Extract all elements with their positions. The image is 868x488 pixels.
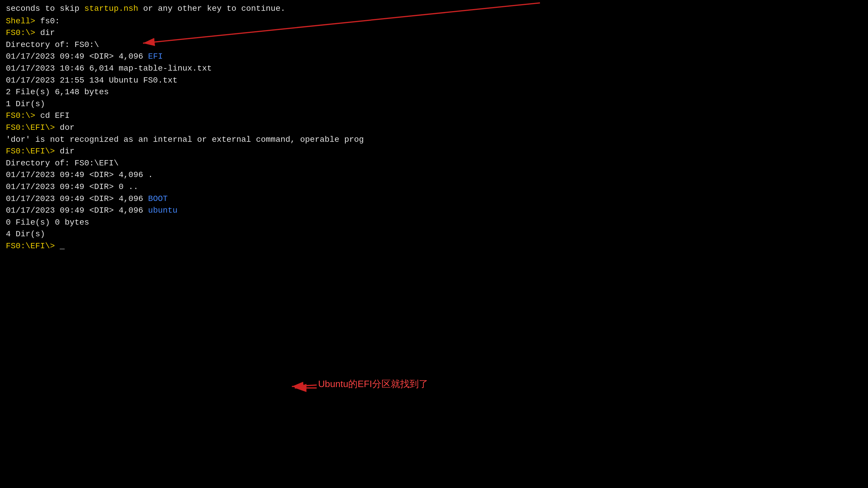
- line-efi-row2: 01/17/2023 09:49 <DIR> 0 ..: [6, 181, 862, 193]
- efi-row3-size: 4,096: [119, 194, 148, 203]
- prompt-final: FS0:\EFI\>: [6, 241, 55, 251]
- startup-nsh-highlight: startup.nsh: [84, 4, 138, 13]
- efi-row1-size: 4,096: [119, 170, 148, 180]
- summary1-text: 2 File(s) 6,148 bytes: [6, 88, 109, 97]
- line-dir-of2: Directory of: FS0:\EFI\: [6, 158, 862, 169]
- prompt-fs0-efi-2: FS0:\EFI\>: [6, 147, 55, 156]
- efi-row4-size: 4,096: [119, 206, 148, 215]
- row3-name: Ubuntu FS0.txt: [109, 76, 178, 85]
- line-final-prompt: FS0:\EFI\> _: [6, 240, 862, 252]
- arrow-to-ubuntu: [292, 385, 317, 387]
- cmd-cd-efi: cd EFI: [35, 111, 70, 120]
- row3-time: 21:55: [60, 76, 84, 85]
- line-row1: 01/17/2023 09:49 <DIR> 4,096 EFI: [6, 51, 862, 63]
- row2-name: map-table-linux.txt: [119, 64, 212, 73]
- prompt-fs0-efi: FS0:\EFI\>: [6, 123, 55, 132]
- efi-row1-type: <DIR>: [89, 170, 114, 180]
- cmd-dir2: dir: [55, 147, 74, 156]
- line-fs0-efi-dor: FS0:\EFI\> dor: [6, 122, 862, 134]
- cmd-fs0: fs0:: [35, 17, 60, 26]
- efi-row4-name: ubuntu: [148, 206, 178, 215]
- row3-padding: 134: [89, 76, 109, 85]
- top-partial-rest: or any other key to continue.: [138, 4, 285, 13]
- line-row2: 01/17/2023 10:46 6,014 map-table-linux.t…: [6, 63, 862, 75]
- prompt-fs0: FS0:\>: [6, 28, 35, 37]
- efi-row2-time: 09:49: [60, 182, 89, 191]
- prompt-shell: Shell>: [6, 17, 35, 26]
- efi-row2-date: 01/17/2023: [6, 182, 55, 191]
- line-efi-row3: 01/17/2023 09:49 <DIR> 4,096 BOOT: [6, 193, 862, 205]
- line-summary4: 4 Dir(s): [6, 228, 862, 240]
- row3-date: 01/17/2023: [6, 76, 55, 85]
- summary2-text: 1 Dir(s): [6, 99, 45, 108]
- summary4-text: 4 Dir(s): [6, 230, 45, 238]
- line-dir-of: Directory of: FS0:\: [6, 39, 862, 51]
- efi-row2-name: ..: [128, 182, 138, 191]
- cursor-blink: _: [55, 241, 65, 251]
- efi-row4-time: 09:49: [60, 206, 89, 215]
- line-shell-fs0: Shell> fs0:: [6, 15, 862, 27]
- line-summary2: 1 Dir(s): [6, 98, 862, 110]
- cmd-dir: dir: [35, 28, 55, 37]
- line-efi-row1: 01/17/2023 09:49 <DIR> 4,096 .: [6, 169, 862, 181]
- prompt-fs0-2: FS0:\>: [6, 111, 35, 120]
- line-fs0-efi-dir: FS0:\EFI\> dir: [6, 145, 862, 158]
- row1-time: 09:49: [60, 52, 89, 61]
- efi-row2-size: 0: [119, 182, 129, 191]
- row2-time: 10:46: [60, 64, 84, 73]
- efi-row3-time: 09:49: [60, 194, 89, 203]
- row1-date: 01/17/2023: [6, 52, 55, 61]
- dor-error-text: 'dor' is not recognized as an internal o…: [6, 135, 364, 144]
- cmd-dor: dor: [55, 123, 74, 132]
- row1-type: <DIR>: [89, 52, 114, 61]
- row2-padding: 6,014: [89, 64, 119, 73]
- line-summary3: 0 File(s) 0 bytes: [6, 217, 862, 229]
- row1-name: EFI: [148, 52, 162, 61]
- dir-of2-text: Directory of: FS0:\EFI\: [6, 159, 119, 168]
- efi-row4-type: <DIR>: [89, 206, 114, 215]
- efi-row3-type: <DIR>: [89, 194, 114, 203]
- line-summary1: 2 File(s) 6,148 bytes: [6, 86, 862, 98]
- efi-row3-name: BOOT: [148, 194, 167, 203]
- efi-row3-date: 01/17/2023: [6, 194, 55, 203]
- top-partial-text: seconds to skip: [6, 4, 84, 13]
- efi-row1-date: 01/17/2023: [6, 170, 55, 180]
- annotation-text-ubuntu-efi: Ubuntu的EFI分区就找到了: [318, 378, 428, 391]
- terminal-output: seconds to skip startup.nsh or any other…: [0, 0, 868, 255]
- dir-of-text: Directory of: FS0:\: [6, 40, 99, 49]
- line-fs0-dir: FS0:\> dir: [6, 27, 862, 39]
- efi-row2-type: <DIR>: [89, 182, 114, 191]
- row2-date: 01/17/2023: [6, 64, 55, 73]
- summary3-text: 0 File(s) 0 bytes: [6, 218, 89, 227]
- efi-row4-date: 01/17/2023: [6, 206, 55, 215]
- efi-row1-time: 09:49: [60, 170, 89, 180]
- efi-row1-name: .: [148, 170, 153, 180]
- line-row3: 01/17/2023 21:55 134 Ubuntu FS0.txt: [6, 75, 862, 87]
- line-dor-error: 'dor' is not recognized as an internal o…: [6, 134, 862, 146]
- top-partial-line: seconds to skip startup.nsh or any other…: [6, 3, 862, 15]
- line-efi-row4: 01/17/2023 09:49 <DIR> 4,096 ubuntu: [6, 205, 862, 217]
- line-cd-efi: FS0:\> cd EFI: [6, 110, 862, 122]
- row1-size: 4,096: [119, 52, 148, 61]
